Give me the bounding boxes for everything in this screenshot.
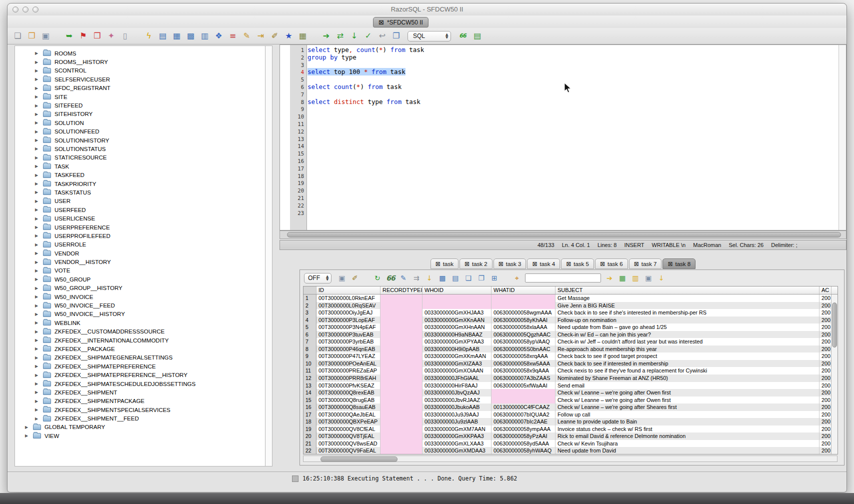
disclosure-triangle-icon[interactable]: ▶ <box>35 86 41 90</box>
whoid-cell[interactable]: 0033000000GmXHJAA3 <box>422 309 492 316</box>
sidebar-scrollbar[interactable] <box>266 46 272 466</box>
row-number[interactable]: 13 <box>304 382 316 390</box>
subject-cell[interactable]: Give Jenn a BIG RAISE <box>556 302 820 310</box>
format-sql-icon[interactable]: ✐ <box>270 31 280 41</box>
whatid-cell[interactable]: 00630000005S0bnAAC <box>492 346 556 353</box>
close-tab-icon[interactable]: ⊠ <box>436 261 440 267</box>
id-cell[interactable]: 00T3000000P3N4pEAF <box>316 324 380 331</box>
whoid-cell[interactable]: 0033000000Ju9zlAAB <box>422 418 492 426</box>
tree-item-userpreference[interactable]: ▶USERPREFERENCE <box>15 223 265 232</box>
result-tab-task-7[interactable]: ⊠task 7 <box>629 258 662 269</box>
ac-cell[interactable]: 200 <box>820 294 832 302</box>
recordtypeid-cell[interactable] <box>380 382 422 390</box>
edit-results-icon[interactable]: ✐ <box>350 273 360 283</box>
editor-vertical-scrollbar[interactable] <box>838 45 846 230</box>
copy-results-icon[interactable]: ❐ <box>476 273 486 283</box>
id-cell[interactable]: 00T3000000Q8rexEAB <box>316 389 380 396</box>
commit-check-icon[interactable]: ✓ <box>363 31 374 41</box>
add-notes-icon[interactable]: ▥ <box>630 273 640 283</box>
disclosure-triangle-icon[interactable]: ▶ <box>35 294 41 299</box>
table-row[interactable]: 1900T3000000QV8CfEAL0033000000GmXM7AAN00… <box>304 426 838 433</box>
whoid-cell[interactable]: 0033000000JFhGlAAL <box>422 374 492 382</box>
db-object-icon[interactable]: ▯ <box>120 31 130 41</box>
recordtypeid-cell[interactable] <box>380 411 422 418</box>
close-tab-icon[interactable]: ⊠ <box>532 261 537 267</box>
recordtypeid-cell[interactable] <box>380 396 422 404</box>
subject-cell[interactable]: Follow-up on nomination <box>556 316 820 324</box>
ac-cell[interactable]: 200 <box>820 309 832 316</box>
table-tools-icon[interactable]: ▦ <box>298 31 308 41</box>
disclosure-triangle-icon[interactable]: ▶ <box>35 390 41 394</box>
result-tab-task-4[interactable]: ⊠task 4 <box>527 258 560 269</box>
id-cell[interactable]: 00T3000000P47LYEAZ <box>316 352 380 360</box>
tree-item-selfserviceuser[interactable]: ▶SELFSERVICEUSER <box>15 75 265 84</box>
disclosure-triangle-icon[interactable]: ▶ <box>35 304 41 308</box>
refresh-results-icon[interactable]: ↻ <box>372 273 382 283</box>
disclosure-triangle-icon[interactable]: ▶ <box>35 268 41 273</box>
whoid-cell[interactable]: 0033000000GmXM7AAN <box>422 426 492 433</box>
disclosure-triangle-icon[interactable]: ▶ <box>35 104 41 108</box>
tree-item-zkfedex-internationalcommodity[interactable]: ▶ZKFEDEX__INTERNATIONALCOMMODITY <box>15 336 265 344</box>
grid-hscroll-thumb[interactable] <box>320 456 398 462</box>
table-row[interactable]: 100T3000000L0RknEAFGet Massage200 <box>304 294 838 302</box>
disclosure-triangle-icon[interactable]: ▶ <box>35 60 41 64</box>
recordtypeid-cell[interactable] <box>380 440 422 448</box>
whoid-cell[interactable] <box>422 302 492 310</box>
whatid-cell[interactable]: 006300000058yd5AAA <box>492 440 556 448</box>
row-number[interactable]: 20 <box>304 432 316 440</box>
recordtypeid-cell[interactable] <box>380 389 422 396</box>
tree-item-taskfeed[interactable]: ▶TASKFEED <box>15 170 265 179</box>
whoid-cell[interactable]: 0033000000GmXIZAA3 <box>422 360 492 368</box>
disclosure-triangle-icon[interactable]: ▶ <box>35 164 41 168</box>
id-cell[interactable]: 00T3000000QV8TjEAL <box>316 432 380 440</box>
id-cell[interactable]: 00T3000000L0RqSEAV <box>316 302 380 310</box>
table-row[interactable]: 1700T3000000QAeJbEAL0033000000Ju9J9AAJ00… <box>304 411 838 418</box>
tree-item-userfeed[interactable]: ▶USERFEED <box>15 206 265 214</box>
whatid-cell[interactable] <box>492 389 556 396</box>
tree-item-zkfedex-shipmatepreference[interactable]: ▶ZKFEDEX__SHIPMATEPREFERENCE <box>15 362 265 370</box>
tree-item-userrole[interactable]: ▶USERROLE <box>15 240 265 249</box>
disclosure-triangle-icon[interactable]: ▶ <box>35 120 41 125</box>
disclosure-triangle-icon[interactable]: ▶ <box>35 199 41 204</box>
export-table-icon[interactable]: ▦ <box>618 273 627 283</box>
subject-cell[interactable]: Leanne to provide update to Bain <box>556 418 820 426</box>
tree-item-rooms-history[interactable]: ▶ROOMS__HISTORY <box>15 58 265 66</box>
subject-cell[interactable]: Follow up call <box>556 411 820 418</box>
id-cell[interactable]: 00T3000000Q8rugEAB <box>316 396 380 404</box>
column-header-whoid[interactable]: WHOID <box>422 286 492 294</box>
view-glasses-icon[interactable]: 66 <box>386 273 395 283</box>
tree-item-w50-invoice-feed[interactable]: ▶W50_INVOICE__FEED <box>15 301 265 310</box>
id-cell[interactable]: 00T3000000P3yrbEAB <box>316 338 380 346</box>
result-tab-task-2[interactable]: ⊠task 2 <box>460 258 492 269</box>
column-header-subject[interactable]: SUBJECT <box>556 286 820 294</box>
tree-item-user[interactable]: ▶USER <box>15 197 265 206</box>
whatid-cell[interactable] <box>492 302 556 310</box>
id-cell[interactable]: 00T3000000P3tuvEAB <box>316 331 380 338</box>
disclosure-triangle-icon[interactable]: ▶ <box>35 330 41 334</box>
tree-item-solutionhistory[interactable]: ▶SOLUTIONHISTORY <box>15 136 265 144</box>
table-row[interactable]: 1100T3000000PREZaEAP0033000000GmXOiAAN00… <box>304 367 838 374</box>
subject-cell[interactable]: Check w/ Kevin Tsujihara <box>556 440 820 448</box>
drop-object-icon[interactable]: ❒ <box>92 31 102 41</box>
disclosure-triangle-icon[interactable]: ▶ <box>35 68 41 73</box>
close-tab-icon[interactable]: ⊠ <box>566 261 571 267</box>
subject-cell[interactable]: Check back in to see if she's interested… <box>556 309 820 316</box>
row-number[interactable]: 15 <box>304 396 316 404</box>
save-file-icon[interactable]: ▣ <box>40 31 51 41</box>
id-cell[interactable]: 00T3000000POeAnEAL <box>316 360 380 368</box>
recordtypeid-cell[interactable] <box>380 352 422 360</box>
table-row[interactable]: 1400T3000000Q8rexEAB0033000000JbvQzAAJCh… <box>304 389 838 396</box>
results-search-input[interactable] <box>525 274 601 282</box>
tree-item-solutionfeed[interactable]: ▶SOLUTIONFEED <box>15 128 265 136</box>
subject-cell[interactable]: Check-in w/ Ed – can he join this year? <box>556 331 820 338</box>
tree-item-w50-invoice-history[interactable]: ▶W50_INVOICE__HISTORY <box>15 310 265 318</box>
ac-cell[interactable]: 200 <box>820 338 832 346</box>
disclosure-triangle-icon[interactable]: ▶ <box>35 112 41 116</box>
recordtypeid-cell[interactable] <box>380 432 422 440</box>
id-cell[interactable]: 00T3000000Q8sauEAB <box>316 404 380 411</box>
primary-key-icon[interactable]: ⌖ <box>512 273 522 283</box>
disclosure-triangle-icon[interactable]: ▶ <box>35 225 41 230</box>
row-number[interactable]: 16 <box>304 404 316 411</box>
row-limit-dropdown[interactable]: OFF ▲▼ <box>304 273 332 284</box>
tree-item-solutionstatus[interactable]: ▶SOLUTIONSTATUS <box>15 144 265 153</box>
